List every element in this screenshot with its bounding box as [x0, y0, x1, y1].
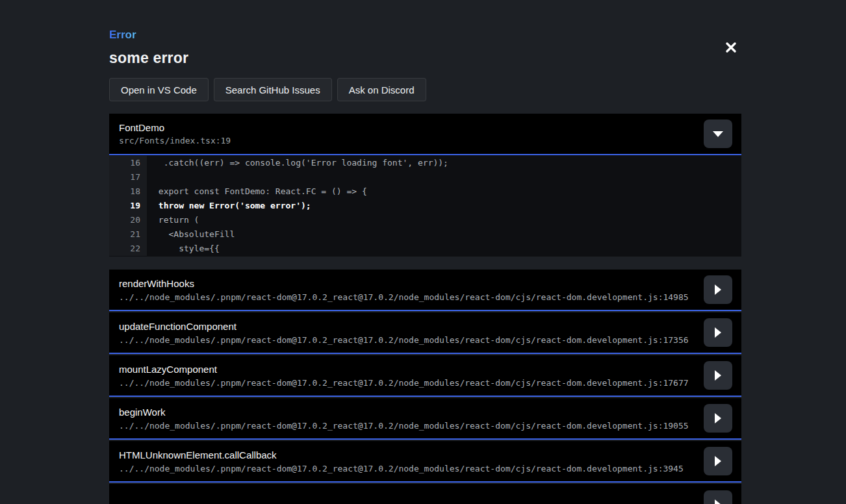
- line-number: 22: [109, 242, 147, 256]
- code-line: 18 export const FontDemo: React.FC = () …: [109, 184, 741, 199]
- line-number: 19: [109, 199, 147, 213]
- code-frame-titles: FontDemo src/Fonts/index.tsx:19: [119, 122, 704, 145]
- play-triangle-icon: [715, 456, 721, 466]
- expand-frame-button[interactable]: [704, 275, 732, 304]
- expand-frame-button[interactable]: [704, 447, 732, 475]
- line-number: 16: [109, 156, 147, 170]
- stack-frame-partial: [109, 484, 741, 504]
- collapse-code-button[interactable]: [704, 120, 732, 148]
- code-line: 16 .catch((err) => console.log('Error lo…: [109, 156, 741, 170]
- expand-frame-button[interactable]: [704, 404, 732, 433]
- code-snippet: 16 .catch((err) => console.log('Error lo…: [109, 155, 741, 257]
- open-in-vscode-button[interactable]: Open in VS Code: [109, 78, 209, 101]
- play-triangle-icon: [715, 284, 721, 295]
- code-frame-location: src/Fonts/index.tsx:19: [119, 136, 704, 145]
- line-text: return (: [147, 213, 741, 227]
- code-frame-title: FontDemo: [119, 122, 704, 133]
- stack-frame-titles: renderWithHooks ../../node_modules/.pnpm…: [119, 278, 704, 302]
- stack-frame-titles: mountLazyComponent ../../node_modules/.p…: [119, 364, 704, 388]
- search-github-issues-button[interactable]: Search GitHub Issues: [214, 78, 332, 101]
- code-line: 21 <AbsoluteFill: [109, 227, 741, 242]
- error-message: some error: [109, 49, 741, 67]
- expand-frame-button[interactable]: [704, 490, 732, 504]
- stack-frame-path: ../../node_modules/.pnpm/react-dom@17.0.…: [119, 378, 704, 388]
- error-kind-label: Error: [109, 29, 136, 42]
- chevron-down-icon: [713, 131, 723, 137]
- stack-frame-titles: HTMLUnknownElement.callCallback ../../no…: [119, 449, 704, 473]
- line-number: 18: [109, 184, 147, 199]
- error-overlay: Error some error Open in VS Code Search …: [0, 0, 846, 504]
- stack-frame-path: ../../node_modules/.pnpm/react-dom@17.0.…: [119, 421, 704, 431]
- play-triangle-icon: [715, 370, 721, 381]
- expand-frame-button[interactable]: [704, 318, 732, 347]
- line-number: 20: [109, 213, 147, 227]
- code-line: 17: [109, 170, 741, 184]
- stack-frame-titles: updateFunctionComponent ../../node_modul…: [119, 321, 704, 345]
- line-number: 21: [109, 227, 147, 242]
- stack-frame-function: HTMLUnknownElement.callCallback: [119, 449, 704, 460]
- stack-frame: beginWork ../../node_modules/.pnpm/react…: [109, 398, 741, 440]
- source-code-frame: FontDemo src/Fonts/index.tsx:19 16 .catc…: [109, 114, 741, 257]
- line-number: 17: [109, 170, 147, 184]
- code-line: 22 style={{: [109, 242, 741, 256]
- stack-trace: renderWithHooks ../../node_modules/.pnpm…: [109, 270, 741, 504]
- play-triangle-icon: [715, 499, 721, 504]
- action-bar: Open in VS Code Search GitHub Issues Ask…: [109, 78, 741, 101]
- expand-frame-button[interactable]: [704, 361, 732, 390]
- overlay-content: Error some error Open in VS Code Search …: [109, 0, 741, 504]
- stack-frame-function: beginWork: [119, 407, 704, 418]
- code-line-highlighted: 19 throw new Error('some error');: [109, 199, 741, 213]
- play-triangle-icon: [715, 327, 721, 338]
- stack-frame: updateFunctionComponent ../../node_modul…: [109, 312, 741, 354]
- stack-frame-path: ../../node_modules/.pnpm/react-dom@17.0.…: [119, 335, 704, 345]
- stack-frame-function: renderWithHooks: [119, 278, 704, 289]
- stack-frame-path: ../../node_modules/.pnpm/react-dom@17.0.…: [119, 292, 704, 302]
- line-text: style={{: [147, 242, 741, 256]
- stack-frame-titles: beginWork ../../node_modules/.pnpm/react…: [119, 407, 704, 431]
- code-line: 20 return (: [109, 213, 741, 227]
- stack-frame: mountLazyComponent ../../node_modules/.p…: [109, 355, 741, 397]
- code-frame-header[interactable]: FontDemo src/Fonts/index.tsx:19: [109, 114, 741, 155]
- stack-frame: renderWithHooks ../../node_modules/.pnpm…: [109, 270, 741, 311]
- line-text: throw new Error('some error');: [147, 199, 741, 213]
- stack-frame-path: ../../node_modules/.pnpm/react-dom@17.0.…: [119, 464, 704, 473]
- line-text: <AbsoluteFill: [147, 227, 741, 242]
- stack-frame: HTMLUnknownElement.callCallback ../../no…: [109, 441, 741, 483]
- line-text: .catch((err) => console.log('Error loadi…: [147, 156, 741, 170]
- stack-frame-function: mountLazyComponent: [119, 364, 704, 375]
- stack-frame-function: updateFunctionComponent: [119, 321, 704, 332]
- line-text: export const FontDemo: React.FC = () => …: [147, 184, 741, 199]
- play-triangle-icon: [715, 413, 721, 423]
- ask-on-discord-button[interactable]: Ask on Discord: [337, 78, 426, 101]
